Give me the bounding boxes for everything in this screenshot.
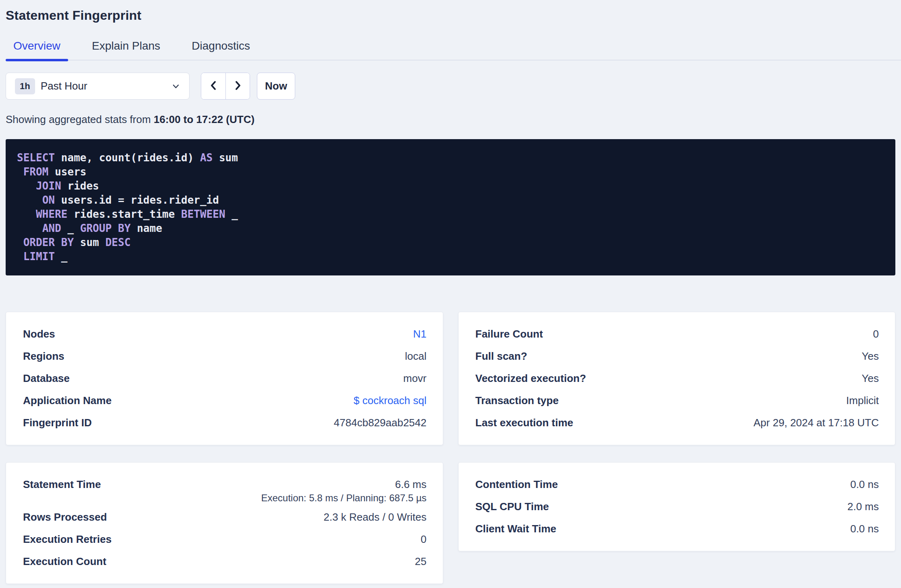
- stat-value-wrap: 2.0 ms: [847, 496, 879, 518]
- stat-label: Last execution time: [476, 412, 574, 434]
- stat-row: Application Name$ cockroach sql: [23, 390, 427, 412]
- stat-value: 2.3 k Reads / 0 Writes: [323, 506, 426, 528]
- stat-value: Apr 29, 2024 at 17:18 UTC: [753, 412, 879, 434]
- stat-value: 0: [421, 528, 426, 550]
- sql-line: FROM users: [17, 165, 884, 179]
- sql-keyword: DESC: [105, 236, 131, 248]
- stat-row: Execution Count25: [23, 550, 427, 573]
- sql-text: [17, 194, 42, 206]
- stat-label: Failure Count: [476, 323, 543, 345]
- stat-value: 2.0 ms: [847, 496, 879, 518]
- sql-text: users: [48, 166, 86, 178]
- sql-text: sum: [74, 236, 105, 248]
- stat-row: Client Wait Time0.0 ns: [476, 518, 879, 540]
- sql-line: LIMIT _: [17, 250, 884, 264]
- sql-keyword: AND: [42, 222, 61, 234]
- page-title: Statement Fingerprint: [6, 9, 895, 22]
- sql-line: AND _ GROUP BY name: [17, 221, 884, 236]
- stat-label: Vectorized execution?: [476, 367, 586, 390]
- stat-value-wrap: local: [405, 345, 426, 367]
- sql-keyword: SELECT: [17, 152, 55, 164]
- stat-label: Full scan?: [476, 345, 528, 367]
- sql-keyword: GROUP BY: [80, 222, 131, 234]
- sql-keyword: LIMIT: [23, 250, 55, 263]
- stat-subvalue: Execution: 5.8 ms / Planning: 687.5 µs: [261, 493, 426, 506]
- sql-keyword: ON: [42, 194, 55, 206]
- sql-text: users.id = rides.rider_id: [55, 194, 219, 206]
- stat-value-wrap: Yes: [862, 367, 879, 390]
- sql-text: name, count(rides.id): [55, 152, 200, 164]
- sql-text: [17, 250, 23, 263]
- stat-label: Client Wait Time: [476, 518, 557, 540]
- stat-label: Application Name: [23, 390, 112, 412]
- stat-value-wrap: 2.3 k Reads / 0 Writes: [323, 506, 426, 528]
- stat-row: Databasemovr: [23, 367, 427, 390]
- stat-row: Full scan?Yes: [476, 345, 879, 367]
- stat-value: Yes: [862, 345, 879, 367]
- sql-text: sum: [213, 152, 238, 164]
- sql-text: _: [225, 208, 238, 220]
- stat-value-wrap: movr: [403, 367, 427, 390]
- stat-label: SQL CPU Time: [476, 496, 549, 518]
- performance-card-right: Contention Time0.0 nsSQL CPU Time2.0 msC…: [458, 462, 896, 551]
- sql-line: JOIN rides: [17, 179, 884, 193]
- summary-card-right: Failure Count0Full scan?YesVectorized ex…: [458, 312, 896, 445]
- stat-value-wrap: 6.6 msExecution: 5.8 ms / Planning: 687.…: [261, 473, 426, 506]
- sql-text: name: [131, 222, 162, 234]
- stat-row: Last execution timeApr 29, 2024 at 17:18…: [476, 412, 879, 434]
- stat-value: 4784cb829aab2542: [334, 412, 427, 434]
- statement-fingerprint-page: Statement Fingerprint OverviewExplain Pl…: [0, 0, 901, 584]
- sql-text: _: [61, 222, 80, 234]
- stat-label: Contention Time: [476, 473, 558, 496]
- stat-value-wrap: 0: [421, 528, 426, 550]
- sql-text: [17, 180, 36, 192]
- sql-text: [17, 236, 23, 248]
- sql-line: ON users.id = rides.rider_id: [17, 193, 884, 207]
- sql-text: _: [55, 250, 67, 263]
- stat-value-link[interactable]: N1: [413, 323, 426, 345]
- sql-line: SELECT name, count(rides.id) AS sum: [17, 151, 884, 165]
- stat-row: NodesN1: [23, 323, 427, 345]
- stat-value-wrap: Apr 29, 2024 at 17:18 UTC: [753, 412, 879, 434]
- chevron-right-icon: [234, 80, 242, 92]
- next-time-button[interactable]: [225, 73, 250, 99]
- now-button[interactable]: Now: [257, 73, 295, 100]
- stat-value-wrap: 0: [873, 323, 879, 345]
- stat-value: local: [405, 345, 426, 367]
- stat-value: 0.0 ns: [850, 518, 879, 540]
- sql-keyword: ORDER BY: [23, 236, 74, 248]
- stat-label: Regions: [23, 345, 65, 367]
- tab-diagnostics[interactable]: Diagnostics: [184, 40, 258, 60]
- stat-row: Contention Time0.0 ns: [476, 473, 879, 496]
- sql-text: rides.start_time: [67, 208, 181, 220]
- stat-value-wrap: 25: [415, 550, 427, 573]
- tab-overview[interactable]: Overview: [6, 40, 68, 60]
- previous-time-button[interactable]: [201, 73, 225, 99]
- time-range-label: Past Hour: [41, 80, 88, 92]
- sql-keyword: AS: [200, 152, 213, 164]
- stat-row: Rows Processed2.3 k Reads / 0 Writes: [23, 506, 427, 528]
- stat-value-link[interactable]: $ cockroach sql: [354, 390, 427, 412]
- aggregated-stats-range: 16:00 to 17:22 (UTC): [154, 113, 254, 125]
- stat-row: Failure Count0: [476, 323, 879, 345]
- time-range-badge: 1h: [15, 78, 35, 94]
- aggregated-stats-line: Showing aggregated stats from 16:00 to 1…: [6, 113, 895, 125]
- stat-label: Fingerprint ID: [23, 412, 92, 434]
- stat-value-wrap: N1: [413, 323, 426, 345]
- tab-explain-plans[interactable]: Explain Plans: [84, 40, 168, 60]
- stat-row: Execution Retries0: [23, 528, 427, 550]
- time-range-dropdown[interactable]: 1h Past Hour: [6, 73, 190, 100]
- sql-text: [17, 166, 23, 178]
- sql-line: ORDER BY sum DESC: [17, 236, 884, 250]
- sql-text: [17, 222, 42, 234]
- stat-label: Nodes: [23, 323, 55, 345]
- stat-value-wrap: 4784cb829aab2542: [334, 412, 427, 434]
- chevron-left-icon: [209, 80, 218, 92]
- stat-row: SQL CPU Time2.0 ms: [476, 496, 879, 518]
- stat-value-wrap: 0.0 ns: [850, 518, 879, 540]
- sql-keyword: FROM: [23, 166, 49, 178]
- stat-value: Yes: [862, 367, 879, 390]
- stat-row: Vectorized execution?Yes: [476, 367, 879, 390]
- sql-keyword: BETWEEN: [181, 208, 225, 220]
- tab-bar: OverviewExplain PlansDiagnostics: [6, 40, 901, 60]
